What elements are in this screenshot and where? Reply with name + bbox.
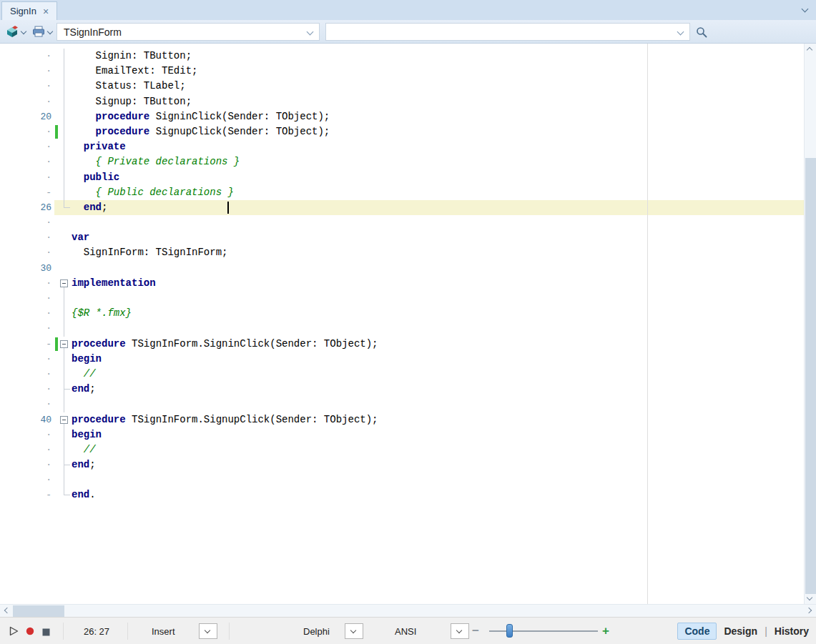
- code-line-27[interactable]: ·: [0, 215, 804, 230]
- close-icon[interactable]: ×: [43, 6, 49, 16]
- code-line-44[interactable]: ·: [0, 472, 804, 487]
- gutter-cell[interactable]: 30: [0, 261, 51, 276]
- tab-signin[interactable]: SignIn ×: [1, 1, 57, 20]
- code-line-26[interactable]: 26 end;: [0, 200, 804, 215]
- gutter-cell[interactable]: ·: [0, 64, 51, 79]
- code-line-30[interactable]: 30: [0, 261, 804, 276]
- scroll-down-icon[interactable]: [807, 595, 812, 600]
- view-tab-design[interactable]: Design: [724, 625, 757, 637]
- vertical-scrollbar-thumb[interactable]: [805, 158, 816, 594]
- code-line-34[interactable]: ·: [0, 321, 804, 336]
- play-macro-icon[interactable]: [9, 626, 19, 638]
- gutter-cell[interactable]: ·: [0, 124, 51, 139]
- code-line-22[interactable]: · private: [0, 139, 804, 154]
- code-line-23[interactable]: · { Private declarations }: [0, 154, 804, 169]
- code-line-43[interactable]: ·end;: [0, 457, 804, 472]
- gutter-cell[interactable]: ·: [0, 367, 51, 382]
- code-editor[interactable]: · Signin: TButton;· EmailText: TEdit;· S…: [0, 44, 804, 604]
- gutter-cell[interactable]: ·: [0, 79, 51, 94]
- code-line-31[interactable]: ·implementation: [0, 276, 804, 291]
- view-tab-code[interactable]: Code: [677, 623, 717, 640]
- code-line-42[interactable]: · //: [0, 442, 804, 457]
- module-dropdown-chevron-icon[interactable]: [21, 29, 26, 34]
- code-line-19[interactable]: · Signup: TButton;: [0, 94, 804, 109]
- gutter-cell[interactable]: ·: [0, 139, 51, 154]
- view-separator: |: [765, 625, 767, 637]
- scroll-up-icon[interactable]: [807, 47, 812, 53]
- horizontal-scrollbar[interactable]: [0, 604, 816, 617]
- fold-toggle-icon[interactable]: [60, 279, 68, 287]
- view-tab-history[interactable]: History: [775, 625, 809, 637]
- scroll-right-icon[interactable]: [806, 608, 812, 613]
- zoom-out-button[interactable]: −: [472, 624, 479, 638]
- gutter-cell[interactable]: ·: [0, 397, 51, 412]
- gutter-cell[interactable]: ·: [0, 154, 51, 169]
- fold-toggle-icon[interactable]: [60, 416, 68, 424]
- stop-macro-icon[interactable]: [42, 628, 50, 638]
- code-line-39[interactable]: ·: [0, 397, 804, 412]
- gutter-cell[interactable]: ·: [0, 472, 51, 487]
- gutter-cell[interactable]: ·: [0, 245, 51, 260]
- gutter-cell[interactable]: ·: [0, 442, 51, 457]
- code-line-21[interactable]: · procedure SignupClick(Sender: TObject)…: [0, 124, 804, 139]
- code-line-24[interactable]: · public: [0, 170, 804, 185]
- code-line-18[interactable]: · Status: TLabel;: [0, 79, 804, 94]
- code-line-37[interactable]: · //: [0, 367, 804, 382]
- gutter-cell[interactable]: -: [0, 185, 51, 200]
- gutter-cell[interactable]: -: [0, 487, 51, 502]
- record-macro-icon[interactable]: [26, 627, 34, 638]
- fold-toggle-icon[interactable]: [60, 340, 68, 348]
- encoding-dropdown[interactable]: [451, 623, 469, 639]
- gutter-cell[interactable]: ·: [0, 382, 51, 397]
- code-line-28[interactable]: ·var: [0, 230, 804, 245]
- gutter-cell[interactable]: 40: [0, 412, 51, 427]
- gutter-cell[interactable]: ·: [0, 230, 51, 245]
- code-line-16[interactable]: · Signin: TButton;: [0, 49, 804, 64]
- gutter-cell[interactable]: ·: [0, 306, 51, 321]
- code-line-36[interactable]: ·begin: [0, 352, 804, 367]
- code-line-17[interactable]: · EmailText: TEdit;: [0, 64, 804, 79]
- vertical-scrollbar[interactable]: [804, 44, 816, 604]
- code-line-35[interactable]: -procedure TSignInForm.SigninClick(Sende…: [0, 337, 804, 352]
- chevron-down-icon[interactable]: [307, 29, 314, 36]
- gutter-cell[interactable]: ·: [0, 321, 51, 336]
- gutter-cell[interactable]: -: [0, 337, 51, 352]
- tab-list-chevron-icon[interactable]: [802, 6, 809, 13]
- code-line-25[interactable]: - { Public declarations }: [0, 185, 804, 200]
- zoom-slider-track[interactable]: [489, 630, 598, 632]
- gutter-cell[interactable]: ·: [0, 170, 51, 185]
- module-icon[interactable]: [6, 26, 19, 41]
- print-dropdown-chevron-icon[interactable]: [47, 29, 53, 34]
- code-line-20[interactable]: 20 procedure SigninClick(Sender: TObject…: [0, 109, 804, 124]
- macro-dropdown[interactable]: [199, 623, 217, 639]
- code-line-38[interactable]: ·end;: [0, 382, 804, 397]
- gutter-cell[interactable]: ·: [0, 427, 51, 442]
- ide-window: SignIn × TSignInForm: [0, 0, 816, 644]
- code-line-41[interactable]: ·begin: [0, 427, 804, 442]
- gutter-cell[interactable]: ·: [0, 94, 51, 109]
- language-dropdown[interactable]: [345, 623, 363, 639]
- chevron-down-icon[interactable]: [677, 29, 684, 36]
- code-line-29[interactable]: · SignInForm: TSignInForm;: [0, 245, 804, 260]
- gutter-cell[interactable]: ·: [0, 215, 51, 230]
- code-line-33[interactable]: ·{$R *.fmx}: [0, 306, 804, 321]
- zoom-in-button[interactable]: +: [602, 624, 609, 638]
- code-line-32[interactable]: ·: [0, 291, 804, 306]
- gutter-cell[interactable]: ·: [0, 49, 51, 64]
- gutter-cell[interactable]: ·: [0, 276, 51, 291]
- print-icon[interactable]: [32, 26, 45, 40]
- scroll-left-icon[interactable]: [4, 608, 10, 613]
- search-icon[interactable]: [696, 26, 707, 41]
- gutter-cell[interactable]: ·: [0, 352, 51, 367]
- type-selector-combo[interactable]: TSignInForm: [56, 23, 320, 41]
- zoom-slider-thumb[interactable]: [506, 624, 513, 638]
- gutter-cell[interactable]: ·: [0, 457, 51, 472]
- horizontal-scrollbar-thumb[interactable]: [13, 605, 64, 617]
- code-line-45[interactable]: -end.: [0, 487, 804, 502]
- code-line-40[interactable]: 40procedure TSignInForm.SignupClick(Send…: [0, 412, 804, 427]
- fold-line: [64, 170, 64, 185]
- gutter-cell[interactable]: 26: [0, 200, 51, 215]
- gutter-cell[interactable]: ·: [0, 291, 51, 306]
- search-term-combo[interactable]: [325, 23, 690, 41]
- gutter-cell[interactable]: 20: [0, 109, 51, 124]
